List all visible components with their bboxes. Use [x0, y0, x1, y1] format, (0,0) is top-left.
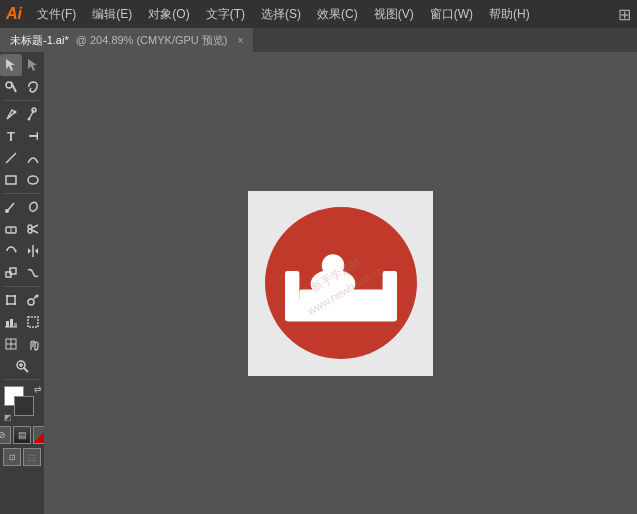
toolbar-divider-3 — [4, 286, 40, 287]
tool-row-rect — [0, 169, 44, 191]
svg-rect-32 — [14, 323, 17, 327]
none-icon[interactable]: ⊘ — [0, 426, 11, 444]
tool-row-pen — [0, 103, 44, 125]
type-tool[interactable]: T — [0, 125, 22, 147]
rect-tool[interactable] — [0, 169, 22, 191]
normal-screen-button[interactable]: ⊡ — [3, 448, 21, 466]
free-transform-tool[interactable] — [0, 289, 22, 311]
hand-tool[interactable] — [22, 333, 44, 355]
tab-label: 未标题-1.ai* @ 204.89% (CMYK/GPU 预览) — [10, 33, 228, 48]
svg-marker-20 — [35, 248, 38, 254]
svg-rect-34 — [28, 317, 38, 327]
svg-rect-44 — [285, 271, 299, 311]
magic-wand-tool[interactable] — [0, 76, 22, 98]
gradient-icon[interactable]: ▤ — [13, 426, 31, 444]
select-tool[interactable] — [0, 54, 22, 76]
svg-point-28 — [28, 299, 34, 305]
svg-rect-23 — [7, 296, 15, 304]
menu-type[interactable]: 文字(T) — [199, 4, 252, 25]
svg-point-4 — [14, 111, 17, 114]
color-swatches[interactable]: ⇄ ◩ — [4, 386, 40, 422]
color-mode-row: ⊘ ▤ — [0, 426, 44, 444]
pen-tool[interactable] — [0, 103, 22, 125]
menu-object[interactable]: 对象(O) — [141, 4, 196, 25]
title-bar: Ai 文件(F) 编辑(E) 对象(O) 文字(T) 选择(S) 效果(C) 视… — [0, 0, 637, 28]
brush-tool[interactable] — [0, 196, 22, 218]
svg-point-6 — [28, 118, 31, 121]
reflect-tool[interactable] — [22, 240, 44, 262]
line-tool[interactable] — [0, 147, 22, 169]
column-chart-tool[interactable] — [0, 311, 22, 333]
default-colors-button[interactable]: ◩ — [4, 413, 12, 422]
svg-rect-48 — [382, 271, 396, 311]
tool-row-brush — [0, 196, 44, 218]
slice-tool[interactable] — [0, 333, 22, 355]
scale-tool[interactable] — [0, 262, 22, 284]
direct-select-tool[interactable] — [22, 54, 44, 76]
blob-brush-tool[interactable] — [22, 196, 44, 218]
scissors-tool[interactable] — [22, 218, 44, 240]
tool-row-zoom — [0, 355, 44, 377]
tab-close-button[interactable]: × — [238, 35, 244, 46]
rotate-tool[interactable] — [0, 240, 22, 262]
toolbar-divider-2 — [4, 193, 40, 194]
menu-file[interactable]: 文件(F) — [30, 4, 83, 25]
tool-row-erase — [0, 218, 44, 240]
app-logo: Ai — [6, 5, 22, 23]
zoom-tool[interactable] — [11, 355, 33, 377]
symbol-sprayer-tool[interactable] — [22, 289, 44, 311]
menu-select[interactable]: 选择(S) — [254, 4, 308, 25]
svg-rect-8 — [6, 176, 16, 184]
menu-view[interactable]: 视图(V) — [367, 4, 421, 25]
svg-rect-26 — [6, 303, 8, 305]
svg-point-3 — [6, 82, 12, 88]
view-mode-row: ⊡ ⬚ — [3, 448, 41, 466]
tool-row-line — [0, 147, 44, 169]
tool-row-chart — [0, 311, 44, 333]
anchor-tool[interactable] — [22, 103, 44, 125]
arc-tool[interactable] — [22, 147, 44, 169]
artboard: 新手学素材 www.newhand.cn — [248, 191, 433, 376]
canvas-area: 新手学素材 www.newhand.cn — [44, 52, 637, 514]
tab-bar: 未标题-1.ai* @ 204.89% (CMYK/GPU 预览) × — [0, 28, 637, 52]
svg-rect-31 — [10, 319, 13, 327]
artboard-tool[interactable] — [22, 311, 44, 333]
tool-row-lasso — [0, 76, 44, 98]
tool-row-freetransform — [0, 289, 44, 311]
menu-help[interactable]: 帮助(H) — [482, 4, 537, 25]
svg-line-15 — [32, 225, 38, 228]
eraser-tool[interactable] — [0, 218, 22, 240]
tool-row-type: T T — [0, 125, 44, 147]
main-area: T T — [0, 52, 637, 514]
svg-rect-24 — [6, 295, 8, 297]
tool-row-select — [0, 54, 44, 76]
svg-point-14 — [28, 229, 32, 233]
svg-rect-30 — [6, 321, 9, 327]
document-tab[interactable]: 未标题-1.ai* @ 204.89% (CMYK/GPU 预览) × — [0, 28, 254, 52]
stroke-color-swatch[interactable] — [14, 396, 34, 416]
tool-row-rotate — [0, 240, 44, 262]
view-controls[interactable]: ⊞ — [618, 5, 631, 24]
svg-marker-1 — [28, 59, 37, 71]
color-icon[interactable] — [33, 426, 44, 444]
vertical-type-tool[interactable]: T — [22, 125, 44, 147]
svg-marker-19 — [28, 248, 31, 254]
toolbar-divider-1 — [4, 100, 40, 101]
svg-point-47 — [321, 254, 343, 276]
left-toolbar: T T — [0, 52, 44, 514]
svg-rect-25 — [14, 295, 16, 297]
ellipse-tool[interactable] — [22, 169, 44, 191]
menu-effect[interactable]: 效果(C) — [310, 4, 365, 25]
svg-marker-17 — [15, 249, 17, 253]
menu-window[interactable]: 窗口(W) — [423, 4, 480, 25]
svg-line-7 — [6, 153, 16, 163]
full-screen-button[interactable]: ⬚ — [23, 448, 41, 466]
warp-tool[interactable] — [22, 262, 44, 284]
lasso-tool[interactable] — [22, 76, 44, 98]
svg-point-10 — [5, 209, 9, 213]
tool-row-scale — [0, 262, 44, 284]
svg-point-29 — [36, 295, 39, 298]
menu-edit[interactable]: 编辑(E) — [85, 4, 139, 25]
swap-colors-button[interactable]: ⇄ — [34, 384, 42, 394]
svg-line-16 — [32, 230, 38, 233]
